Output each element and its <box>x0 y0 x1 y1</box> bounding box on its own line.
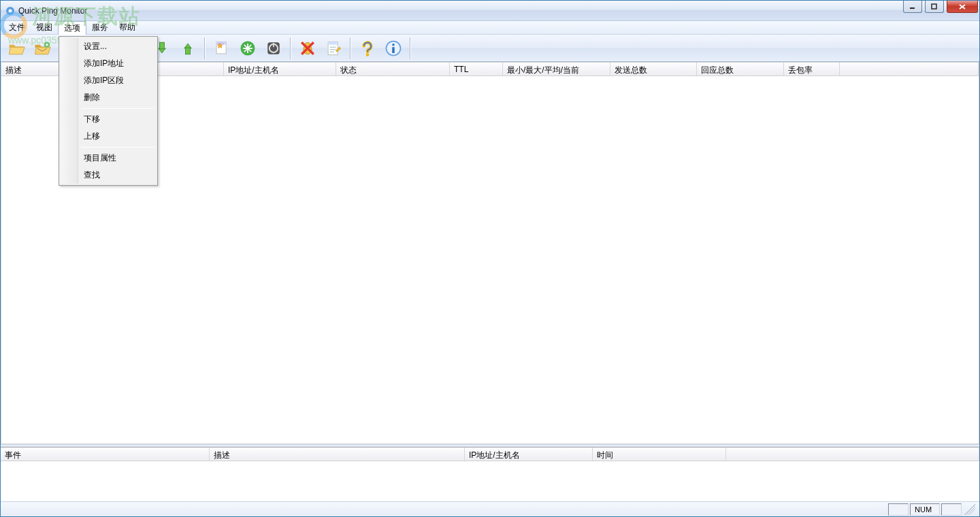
app-icon <box>5 5 16 16</box>
menu-options[interactable]: 选项 <box>58 21 86 35</box>
menubar: 文件 视图 选项 服务 帮助 <box>1 21 979 35</box>
titlebar[interactable]: Quick Ping Monitor <box>1 1 979 21</box>
svg-rect-2 <box>932 4 936 9</box>
toolbar-separator <box>350 37 351 59</box>
svg-rect-8 <box>186 48 191 54</box>
col-loss[interactable]: 丢包率 <box>784 63 840 76</box>
edit-note-icon[interactable] <box>322 37 345 60</box>
svg-point-21 <box>392 44 395 46</box>
menu-service[interactable]: 服务 <box>86 21 114 34</box>
window-controls <box>903 1 979 13</box>
svg-rect-18 <box>328 41 338 44</box>
resize-grip-icon[interactable] <box>964 504 975 515</box>
col-ip-host[interactable]: IP地址/主机名 <box>224 63 336 76</box>
menu-delete[interactable]: 删除 <box>61 89 156 106</box>
svg-point-1 <box>9 9 12 12</box>
toolbar-separator <box>204 37 206 59</box>
menu-settings[interactable]: 设置... <box>61 38 156 55</box>
minimize-button[interactable] <box>903 1 922 13</box>
ecol-ip-host[interactable]: IP地址/主机名 <box>465 448 593 461</box>
ecol-event[interactable]: 事件 <box>1 448 210 461</box>
open-folder-icon[interactable] <box>5 37 28 60</box>
menu-separator <box>81 108 154 109</box>
refresh-green-icon[interactable] <box>236 37 259 60</box>
toolbar-separator <box>410 37 411 59</box>
status-cell-3 <box>941 503 962 516</box>
svg-rect-22 <box>392 47 395 53</box>
svg-point-19 <box>366 53 369 56</box>
toolbar-separator <box>290 37 291 59</box>
menu-item-properties[interactable]: 项目属性 <box>61 150 156 167</box>
options-dropdown-menu: 设置... 添加IP地址 添加IP区段 删除 下移 上移 项目属性 查找 <box>59 36 158 186</box>
event-log-body[interactable] <box>1 461 979 501</box>
arrow-up-icon[interactable] <box>176 37 199 60</box>
delete-bug-icon[interactable] <box>296 37 319 60</box>
event-log: 事件 描述 IP地址/主机名 时间 <box>1 447 979 501</box>
menu-view[interactable]: 视图 <box>31 21 58 34</box>
menu-add-ip[interactable]: 添加IP地址 <box>61 55 156 72</box>
close-button[interactable] <box>947 1 978 13</box>
col-spacer <box>840 63 979 76</box>
menu-find[interactable]: 查找 <box>61 167 156 184</box>
col-min-max-avg[interactable]: 最小/最大/平均/当前 <box>503 63 610 76</box>
status-cell-num: NUM <box>910 503 940 516</box>
help-icon[interactable] <box>356 37 379 60</box>
menu-help[interactable]: 帮助 <box>114 21 141 34</box>
col-reply[interactable]: 回应总数 <box>697 63 784 76</box>
mail-icon[interactable] <box>31 37 54 60</box>
col-ttl[interactable]: TTL <box>450 63 503 76</box>
window-title: Quick Ping Monitor <box>18 6 87 16</box>
stop-icon[interactable] <box>262 37 285 60</box>
menu-add-ip-range[interactable]: 添加IP区段 <box>61 72 156 89</box>
menu-separator <box>81 147 154 148</box>
menu-file[interactable]: 文件 <box>3 21 31 34</box>
ecol-time[interactable]: 时间 <box>593 448 726 461</box>
svg-rect-7 <box>160 42 165 49</box>
menu-move-down[interactable]: 下移 <box>61 111 156 128</box>
maximize-button[interactable] <box>925 1 944 13</box>
notes-star-icon[interactable] <box>210 37 233 60</box>
col-status[interactable]: 状态 <box>336 63 450 76</box>
status-cell-1 <box>888 503 909 516</box>
ecol-description[interactable]: 描述 <box>210 448 465 461</box>
col-sent[interactable]: 发送总数 <box>610 63 697 76</box>
ecol-spacer <box>726 448 979 461</box>
event-log-header[interactable]: 事件 描述 IP地址/主机名 时间 <box>1 448 979 461</box>
svg-rect-14 <box>273 43 274 47</box>
info-icon[interactable] <box>382 37 405 60</box>
statusbar: NUM <box>1 501 979 516</box>
menu-move-up[interactable]: 上移 <box>61 128 156 145</box>
